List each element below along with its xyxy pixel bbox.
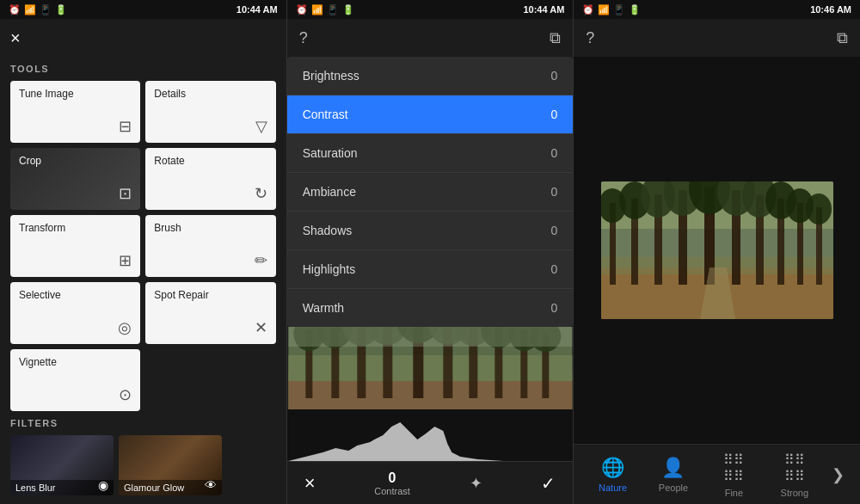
confirm-tune-button[interactable]: ✓ (541, 473, 556, 494)
signal-icon-3: 📱 (613, 4, 625, 15)
selective-icon: ◎ (118, 318, 132, 337)
rotate-icon: ↻ (255, 184, 267, 203)
filter-tab-nature[interactable]: 🌐 Nature (582, 452, 642, 498)
compare-button-3[interactable]: ⧉ (837, 29, 848, 47)
svg-point-48 (806, 194, 832, 224)
tool-details-label: Details (154, 88, 267, 100)
time-1: 10:44 AM (236, 4, 278, 15)
tune-ambiance-label: Ambiance (303, 185, 356, 199)
filters-panel: ⏰ 📶 📱 🔋 10:46 AM ? ⧉ (574, 0, 860, 504)
tool-tune-image[interactable]: Tune Image ⊟ (10, 81, 140, 143)
tool-spot-repair[interactable]: Spot Repair ✕ (145, 282, 275, 344)
tune-bottom-bar: × 0 Contrast ✦ ✓ (287, 461, 574, 504)
status-bar-1: ⏰ 📶 📱 🔋 10:44 AM (0, 0, 286, 19)
people-icon: 👤 (661, 457, 685, 479)
alarm-icon-3: ⏰ (582, 4, 594, 15)
tune-brightness[interactable]: Brightness 0 (287, 57, 574, 95)
tune-ambiance[interactable]: Ambiance 0 (287, 173, 574, 212)
tune-highlights[interactable]: Highlights 0 (287, 250, 574, 289)
time-3: 10:46 AM (810, 4, 851, 15)
adjust-tune-button[interactable]: ✦ (470, 474, 482, 493)
tool-transform[interactable]: Transform ⊞ (10, 215, 140, 277)
tune-contrast-label: Contrast (303, 108, 348, 121)
tool-crop[interactable]: Crop ⊡ (10, 148, 140, 210)
lens-blur-icon: ◉ (98, 478, 108, 492)
tune-warmth[interactable]: Warmth 0 (287, 289, 574, 327)
filter-photo-area (574, 57, 860, 444)
crop-icon: ⊡ (119, 184, 132, 203)
tune-shadows-label: Shadows (303, 224, 353, 237)
expand-button[interactable]: ❯ (825, 458, 851, 491)
filter-tab-people[interactable]: 👤 People (643, 452, 703, 498)
tune-panel: ⏰ 📶 📱 🔋 10:44 AM ? ⧉ Brightness 0 Contra… (287, 0, 574, 504)
tune-saturation-label: Saturation (303, 146, 358, 160)
tool-vignette[interactable]: Vignette ⊙ (10, 349, 140, 411)
expand-icon: ❯ (832, 466, 845, 483)
alarm-icon-2: ⏰ (296, 4, 308, 15)
tune-list: Brightness 0 Contrast 0 Saturation 0 Amb… (287, 57, 574, 327)
help-button-3[interactable]: ? (586, 29, 594, 47)
filter-tab-nature-label: Nature (599, 482, 627, 493)
tune-contrast-current-label: Contrast (374, 486, 410, 496)
tool-brush[interactable]: Brush ✏ (145, 215, 275, 277)
tool-brush-label: Brush (154, 222, 267, 234)
filter-photo-img (601, 181, 833, 319)
filter-tab-fine-label: Fine (725, 488, 743, 498)
tune-shadows[interactable]: Shadows 0 (287, 212, 574, 250)
details-icon: ▽ (255, 117, 267, 136)
glamour-glow-icon: 👁 (205, 478, 217, 492)
tune-saturation[interactable]: Saturation 0 (287, 134, 574, 173)
tool-rotate[interactable]: Rotate ↻ (145, 148, 275, 210)
tool-transform-label: Transform (19, 222, 132, 234)
filter-tabs-bottom: 🌐 Nature 👤 People ⠿⠿⠿⠿ Fine ⠿⠿⠿⠿ Strong … (574, 444, 860, 504)
tool-vignette-label: Vignette (19, 356, 132, 368)
tune-brightness-label: Brightness (303, 69, 359, 83)
svg-rect-2 (288, 355, 572, 381)
wifi-icon: 📶 (24, 4, 36, 15)
filter-lens-blur[interactable]: Lens Blur ◉ (10, 435, 114, 495)
compare-button-2[interactable]: ⧉ (550, 29, 561, 47)
tune-contrast-current-value: 0 (389, 470, 396, 486)
photo-strip (287, 327, 574, 409)
filter-tab-strong-label: Strong (781, 488, 808, 498)
tree-photo-2 (287, 327, 574, 409)
spot-repair-icon: ✕ (255, 318, 267, 337)
tool-details[interactable]: Details ▽ (145, 81, 275, 143)
tune-warmth-value: 0 (551, 301, 558, 315)
battery-icon-3: 🔋 (629, 4, 641, 15)
filter-tab-fine[interactable]: ⠿⠿⠿⠿ Fine (703, 446, 764, 503)
close-button[interactable]: × (10, 28, 21, 48)
fine-icon: ⠿⠿⠿⠿ (723, 452, 744, 484)
signal-icon: 📱 (40, 4, 52, 15)
status-bar-2: ⏰ 📶 📱 🔋 10:44 AM (287, 0, 574, 19)
tool-tune-image-label: Tune Image (19, 88, 132, 100)
filter-tab-strong[interactable]: ⠿⠿⠿⠿ Strong (765, 446, 825, 503)
tune-icon: ⊟ (119, 117, 132, 136)
wifi-icon-3: 📶 (598, 4, 610, 15)
filters-section-title: FILTERS (10, 418, 276, 428)
status-bar-3: ⏰ 📶 📱 🔋 10:46 AM (574, 0, 860, 19)
brush-icon: ✏ (255, 251, 267, 270)
tool-selective[interactable]: Selective ◎ (10, 282, 140, 344)
battery-icon: 🔋 (55, 4, 67, 15)
tools-panel: ⏰ 📶 📱 🔋 10:44 AM × TOOLS Tune Image ⊟ De… (0, 0, 287, 504)
help-button-2[interactable]: ? (299, 29, 308, 47)
filter-glamour-glow[interactable]: Glamour Glow 👁 (119, 435, 222, 495)
panel1-header: × (0, 19, 286, 57)
tune-saturation-value: 0 (551, 146, 558, 160)
tune-shadows-value: 0 (551, 224, 558, 237)
status-icons-2: ⏰ 📶 📱 🔋 (296, 4, 354, 15)
panel2-header: ? ⧉ (287, 19, 574, 57)
cancel-tune-button[interactable]: × (304, 472, 316, 495)
status-icons-1: ⏰ 📶 📱 🔋 (9, 4, 67, 15)
nature-icon: 🌐 (601, 457, 624, 479)
filter-tab-people-label: People (659, 482, 688, 493)
tree-photo-3 (601, 181, 833, 319)
alarm-icon: ⏰ (9, 4, 21, 15)
tune-bottom-center: 0 Contrast (374, 470, 410, 496)
histogram-area (287, 409, 574, 461)
svg-rect-23 (288, 327, 572, 347)
tool-crop-label: Crop (19, 155, 132, 167)
tune-contrast[interactable]: Contrast 0 (287, 95, 574, 134)
tool-spot-repair-label: Spot Repair (154, 289, 267, 301)
